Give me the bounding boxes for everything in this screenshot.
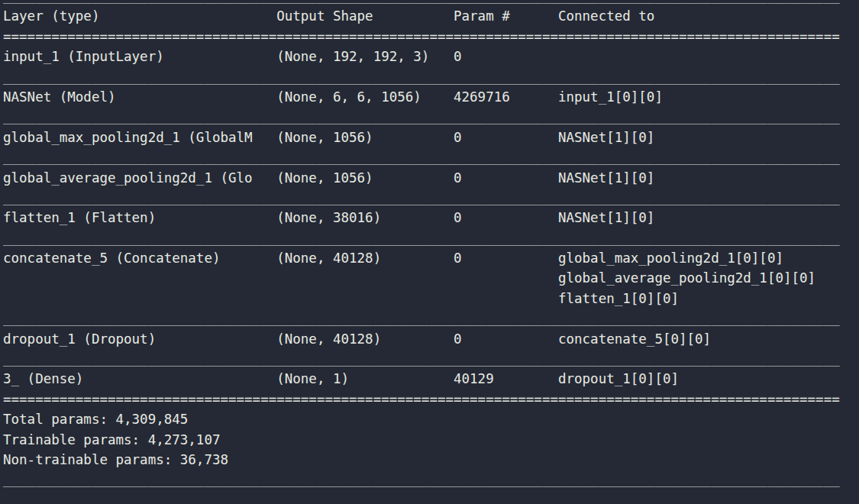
- table-header-row: Layer (type) Output Shape Param # Connec…: [3, 6, 859, 26]
- table-bottom-rule-line: ========================================…: [3, 389, 859, 409]
- header-rule-line: ========================================…: [3, 27, 859, 47]
- non-trainable-params-line: Non-trainable params: 36,738: [3, 450, 859, 470]
- separator-line: ________________________________________…: [3, 309, 859, 328]
- layer-row: global_average_pooling2d_1 (Glo (None, 1…: [3, 168, 859, 188]
- layer-row: NASNet (Model) (None, 6, 6, 1056) 426971…: [3, 87, 859, 107]
- layer-row: 3_ (Dense) (None, 1) 40129 dropout_1[0][…: [3, 369, 859, 389]
- trainable-params-line: Trainable params: 4,273,107: [3, 430, 859, 450]
- layer-row: concatenate_5 (Concatenate) (None, 40128…: [3, 248, 859, 268]
- separator-line: ________________________________________…: [3, 67, 859, 87]
- separator-line: ________________________________________…: [3, 107, 859, 127]
- separator-line: ________________________________________…: [3, 470, 859, 489]
- separator-line: ________________________________________…: [3, 147, 859, 167]
- layer-row: input_1 (InputLayer) (None, 192, 192, 3)…: [3, 47, 859, 66]
- separator-line: ________________________________________…: [3, 188, 859, 208]
- layer-row: dropout_1 (Dropout) (None, 40128) 0 conc…: [3, 329, 859, 349]
- layer-row: flatten_1 (Flatten) (None, 38016) 0 NASN…: [3, 208, 859, 228]
- separator-line: ________________________________________…: [3, 228, 859, 248]
- terminal-window: ________________________________________…: [0, 0, 859, 504]
- layer-row: global_max_pooling2d_1 (GlobalM (None, 1…: [3, 128, 859, 147]
- layer-row-continuation: global_average_pooling2d_1[0][0]: [3, 268, 859, 288]
- total-params-line: Total params: 4,309,845: [3, 409, 859, 429]
- layer-row-continuation: flatten_1[0][0]: [3, 289, 859, 309]
- separator-line: ________________________________________…: [3, 349, 859, 369]
- separator-line: ________________________________________…: [3, 0, 859, 6]
- model-summary-output: ________________________________________…: [0, 0, 859, 490]
